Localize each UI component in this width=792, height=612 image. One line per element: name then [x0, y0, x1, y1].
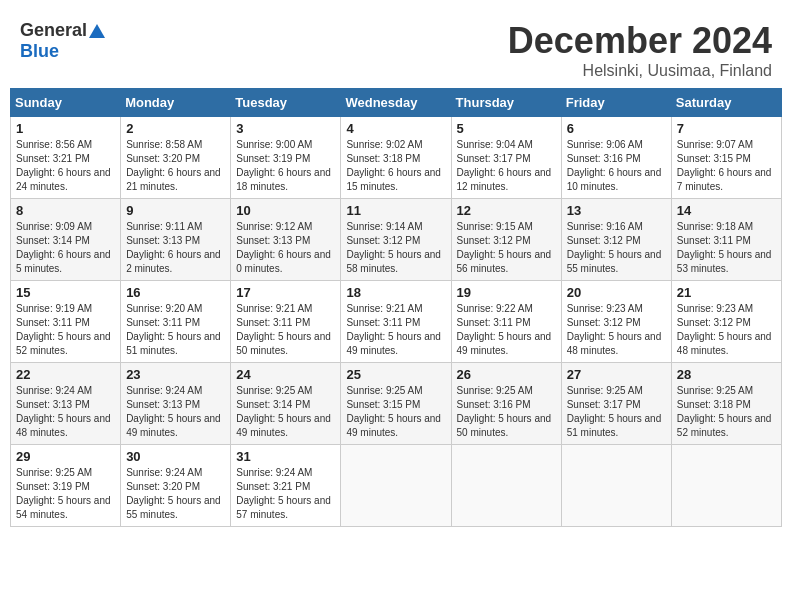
day-info: Sunrise: 9:24 AMSunset: 3:21 PMDaylight:… — [236, 466, 335, 522]
day-number: 26 — [457, 367, 556, 382]
day-info: Sunrise: 9:16 AMSunset: 3:12 PMDaylight:… — [567, 220, 666, 276]
day-number: 27 — [567, 367, 666, 382]
day-info: Sunrise: 9:25 AMSunset: 3:18 PMDaylight:… — [677, 384, 776, 440]
month-title: December 2024 — [508, 20, 772, 62]
day-cell: 6Sunrise: 9:06 AMSunset: 3:16 PMDaylight… — [561, 117, 671, 199]
day-number: 18 — [346, 285, 445, 300]
day-cell: 31Sunrise: 9:24 AMSunset: 3:21 PMDayligh… — [231, 445, 341, 527]
day-cell: 28Sunrise: 9:25 AMSunset: 3:18 PMDayligh… — [671, 363, 781, 445]
day-number: 12 — [457, 203, 556, 218]
day-number: 6 — [567, 121, 666, 136]
day-cell: 23Sunrise: 9:24 AMSunset: 3:13 PMDayligh… — [121, 363, 231, 445]
weekday-header-saturday: Saturday — [671, 89, 781, 117]
day-number: 1 — [16, 121, 115, 136]
day-number: 25 — [346, 367, 445, 382]
day-cell: 11Sunrise: 9:14 AMSunset: 3:12 PMDayligh… — [341, 199, 451, 281]
week-row-5: 29Sunrise: 9:25 AMSunset: 3:19 PMDayligh… — [11, 445, 782, 527]
day-number: 15 — [16, 285, 115, 300]
day-number: 31 — [236, 449, 335, 464]
day-info: Sunrise: 9:00 AMSunset: 3:19 PMDaylight:… — [236, 138, 335, 194]
day-cell: 13Sunrise: 9:16 AMSunset: 3:12 PMDayligh… — [561, 199, 671, 281]
day-cell: 7Sunrise: 9:07 AMSunset: 3:15 PMDaylight… — [671, 117, 781, 199]
day-cell: 9Sunrise: 9:11 AMSunset: 3:13 PMDaylight… — [121, 199, 231, 281]
day-info: Sunrise: 9:25 AMSunset: 3:19 PMDaylight:… — [16, 466, 115, 522]
day-number: 8 — [16, 203, 115, 218]
day-cell: 22Sunrise: 9:24 AMSunset: 3:13 PMDayligh… — [11, 363, 121, 445]
day-number: 9 — [126, 203, 225, 218]
day-number: 30 — [126, 449, 225, 464]
day-number: 17 — [236, 285, 335, 300]
day-number: 24 — [236, 367, 335, 382]
header-area: General Blue December 2024 Helsinki, Uus… — [10, 10, 782, 88]
day-number: 20 — [567, 285, 666, 300]
week-row-3: 15Sunrise: 9:19 AMSunset: 3:11 PMDayligh… — [11, 281, 782, 363]
day-number: 19 — [457, 285, 556, 300]
day-cell: 18Sunrise: 9:21 AMSunset: 3:11 PMDayligh… — [341, 281, 451, 363]
day-cell: 27Sunrise: 9:25 AMSunset: 3:17 PMDayligh… — [561, 363, 671, 445]
day-info: Sunrise: 9:25 AMSunset: 3:14 PMDaylight:… — [236, 384, 335, 440]
day-info: Sunrise: 8:58 AMSunset: 3:20 PMDaylight:… — [126, 138, 225, 194]
day-info: Sunrise: 9:24 AMSunset: 3:13 PMDaylight:… — [126, 384, 225, 440]
day-info: Sunrise: 9:02 AMSunset: 3:18 PMDaylight:… — [346, 138, 445, 194]
day-number: 11 — [346, 203, 445, 218]
location-title: Helsinki, Uusimaa, Finland — [508, 62, 772, 80]
day-cell — [561, 445, 671, 527]
day-number: 10 — [236, 203, 335, 218]
day-cell — [341, 445, 451, 527]
day-info: Sunrise: 9:11 AMSunset: 3:13 PMDaylight:… — [126, 220, 225, 276]
day-number: 14 — [677, 203, 776, 218]
day-cell — [451, 445, 561, 527]
day-cell: 21Sunrise: 9:23 AMSunset: 3:12 PMDayligh… — [671, 281, 781, 363]
weekday-header-sunday: Sunday — [11, 89, 121, 117]
day-info: Sunrise: 9:22 AMSunset: 3:11 PMDaylight:… — [457, 302, 556, 358]
day-info: Sunrise: 9:15 AMSunset: 3:12 PMDaylight:… — [457, 220, 556, 276]
day-cell: 19Sunrise: 9:22 AMSunset: 3:11 PMDayligh… — [451, 281, 561, 363]
day-cell: 3Sunrise: 9:00 AMSunset: 3:19 PMDaylight… — [231, 117, 341, 199]
day-number: 16 — [126, 285, 225, 300]
weekday-header-row: SundayMondayTuesdayWednesdayThursdayFrid… — [11, 89, 782, 117]
day-number: 4 — [346, 121, 445, 136]
day-info: Sunrise: 9:06 AMSunset: 3:16 PMDaylight:… — [567, 138, 666, 194]
week-row-2: 8Sunrise: 9:09 AMSunset: 3:14 PMDaylight… — [11, 199, 782, 281]
day-info: Sunrise: 9:25 AMSunset: 3:15 PMDaylight:… — [346, 384, 445, 440]
logo-triangle-icon — [89, 24, 105, 38]
weekday-header-wednesday: Wednesday — [341, 89, 451, 117]
logo-general-text: General — [20, 20, 87, 41]
week-row-1: 1Sunrise: 8:56 AMSunset: 3:21 PMDaylight… — [11, 117, 782, 199]
logo-blue-text: Blue — [20, 41, 59, 62]
logo: General Blue — [20, 20, 105, 62]
day-info: Sunrise: 9:24 AMSunset: 3:13 PMDaylight:… — [16, 384, 115, 440]
weekday-header-tuesday: Tuesday — [231, 89, 341, 117]
day-cell: 10Sunrise: 9:12 AMSunset: 3:13 PMDayligh… — [231, 199, 341, 281]
day-cell: 24Sunrise: 9:25 AMSunset: 3:14 PMDayligh… — [231, 363, 341, 445]
day-cell: 15Sunrise: 9:19 AMSunset: 3:11 PMDayligh… — [11, 281, 121, 363]
day-info: Sunrise: 9:20 AMSunset: 3:11 PMDaylight:… — [126, 302, 225, 358]
day-number: 28 — [677, 367, 776, 382]
day-cell: 12Sunrise: 9:15 AMSunset: 3:12 PMDayligh… — [451, 199, 561, 281]
day-cell: 1Sunrise: 8:56 AMSunset: 3:21 PMDaylight… — [11, 117, 121, 199]
day-info: Sunrise: 9:23 AMSunset: 3:12 PMDaylight:… — [567, 302, 666, 358]
weekday-header-monday: Monday — [121, 89, 231, 117]
day-cell: 4Sunrise: 9:02 AMSunset: 3:18 PMDaylight… — [341, 117, 451, 199]
day-info: Sunrise: 9:21 AMSunset: 3:11 PMDaylight:… — [346, 302, 445, 358]
day-cell: 16Sunrise: 9:20 AMSunset: 3:11 PMDayligh… — [121, 281, 231, 363]
day-number: 7 — [677, 121, 776, 136]
day-info: Sunrise: 9:04 AMSunset: 3:17 PMDaylight:… — [457, 138, 556, 194]
day-number: 21 — [677, 285, 776, 300]
day-cell: 8Sunrise: 9:09 AMSunset: 3:14 PMDaylight… — [11, 199, 121, 281]
day-cell: 29Sunrise: 9:25 AMSunset: 3:19 PMDayligh… — [11, 445, 121, 527]
day-number: 23 — [126, 367, 225, 382]
weekday-header-thursday: Thursday — [451, 89, 561, 117]
week-row-4: 22Sunrise: 9:24 AMSunset: 3:13 PMDayligh… — [11, 363, 782, 445]
day-info: Sunrise: 9:24 AMSunset: 3:20 PMDaylight:… — [126, 466, 225, 522]
day-cell: 30Sunrise: 9:24 AMSunset: 3:20 PMDayligh… — [121, 445, 231, 527]
day-info: Sunrise: 9:23 AMSunset: 3:12 PMDaylight:… — [677, 302, 776, 358]
day-cell: 17Sunrise: 9:21 AMSunset: 3:11 PMDayligh… — [231, 281, 341, 363]
day-number: 2 — [126, 121, 225, 136]
weekday-header-friday: Friday — [561, 89, 671, 117]
calendar-table: SundayMondayTuesdayWednesdayThursdayFrid… — [10, 88, 782, 527]
day-info: Sunrise: 9:07 AMSunset: 3:15 PMDaylight:… — [677, 138, 776, 194]
day-cell — [671, 445, 781, 527]
day-cell: 20Sunrise: 9:23 AMSunset: 3:12 PMDayligh… — [561, 281, 671, 363]
title-area: December 2024 Helsinki, Uusimaa, Finland — [508, 20, 772, 80]
